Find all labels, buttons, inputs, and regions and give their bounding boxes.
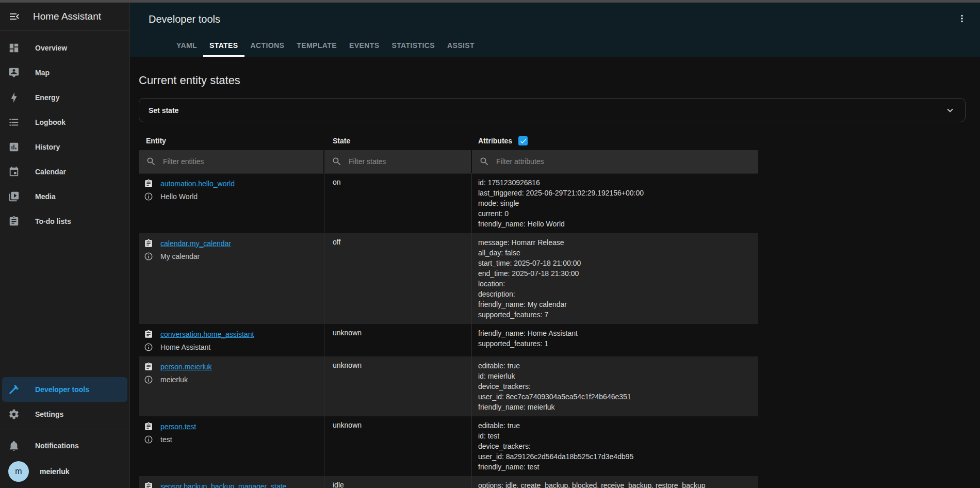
tab-assist[interactable]: ASSIST (441, 36, 481, 57)
entity-info-icon[interactable] (144, 192, 153, 201)
entity-friendly-name: Hello World (160, 192, 198, 201)
play-box-multiple-icon (8, 191, 20, 202)
sidebar-item-notifications[interactable]: Notifications (2, 433, 127, 458)
table-row: automation.hello_worldHello Worldonid: 1… (139, 173, 758, 233)
sidebar-item-to-do-lists[interactable]: To-do lists (2, 209, 127, 234)
table-row: person.testtestunknowneditable: trueid: … (139, 416, 758, 476)
tab-statistics[interactable]: STATISTICS (385, 36, 441, 57)
entity-attributes: options: idle, create_backup, blocked, r… (472, 476, 758, 488)
attributes-checkbox[interactable] (518, 136, 528, 145)
attribute-line: mode: single (478, 198, 752, 208)
entity-link[interactable]: calendar.my_calendar (160, 239, 231, 248)
attribute-line: message: Homarr Release (478, 237, 752, 248)
entity-info-icon[interactable] (144, 375, 153, 384)
avatar: m (8, 461, 29, 482)
filter-entities-cell (139, 150, 324, 173)
entity-link[interactable]: sensor.backup_backup_manager_state (160, 482, 286, 488)
entity-info-icon[interactable] (144, 343, 153, 352)
filter-attributes-input[interactable] (496, 157, 751, 166)
sidebar-item-history[interactable]: History (2, 135, 127, 159)
app-header: Developer tools YAMLSTATESACTIONSTEMPLAT… (130, 3, 980, 57)
attribute-line: id: 1751230926816 (478, 177, 752, 188)
attribute-line: friendly_name: Home Assistant (478, 328, 752, 338)
tab-events[interactable]: EVENTS (343, 36, 385, 57)
lightning-bolt-icon (8, 92, 20, 103)
calendar-icon (8, 166, 20, 177)
sidebar-item-calendar[interactable]: Calendar (2, 159, 127, 184)
entity-cell: sensor.backup_backup_manager_stateBackup… (139, 476, 324, 488)
attribute-line: supported_features: 1 (478, 338, 752, 349)
sidebar-divider (0, 430, 129, 430)
table-row: calendar.my_calendarMy calendaroffmessag… (139, 233, 758, 324)
attribute-line: friendly_name: meierluk (478, 402, 752, 412)
attribute-line: editable: true (478, 420, 752, 431)
copy-entity-id-icon[interactable] (144, 362, 153, 371)
sidebar-item-label: Settings (35, 410, 63, 418)
sidebar-item-logbook[interactable]: Logbook (2, 110, 127, 135)
table-header-row: Entity State Attributes (139, 133, 758, 150)
set-state-panel[interactable]: Set state (139, 98, 966, 122)
copy-entity-id-icon[interactable] (144, 179, 153, 188)
bell-icon (8, 440, 20, 451)
attribute-line: editable: true (478, 361, 752, 371)
tab-template[interactable]: TEMPLATE (290, 36, 343, 57)
sidebar-user[interactable]: m meierluk (2, 458, 127, 485)
attribute-line: all_day: false (478, 248, 752, 258)
user-name: meierluk (40, 467, 70, 476)
entity-link[interactable]: person.test (160, 422, 196, 431)
content: Current entity states Set state Entity S… (130, 57, 980, 488)
entity-friendly-name: meierluk (160, 376, 188, 384)
column-header-entity: Entity (139, 133, 324, 150)
main-area: Developer tools YAMLSTATESACTIONSTEMPLAT… (130, 3, 980, 488)
entity-attributes: editable: trueid: meierlukdevice_tracker… (472, 356, 758, 416)
attribute-line: location: (478, 279, 752, 289)
app-title: Home Assistant (33, 11, 101, 22)
entity-friendly-name: test (160, 435, 172, 444)
sidebar-item-map[interactable]: Map (2, 60, 127, 85)
sidebar-item-label: Media (35, 192, 56, 201)
page-header-title: Developer tools (149, 13, 220, 25)
copy-entity-id-icon[interactable] (144, 330, 153, 339)
page-title: Current entity states (139, 74, 980, 87)
table-row: conversation.home_assistantHome Assistan… (139, 324, 758, 356)
overflow-menu-icon[interactable] (956, 13, 968, 24)
attribute-line: id: meierluk (478, 371, 752, 381)
sidebar-item-label: To-do lists (35, 217, 71, 225)
chevron-down-icon (944, 105, 956, 116)
app: Home Assistant OverviewMapEnergyLogbookH… (0, 3, 980, 488)
attribute-line: options: idle, create_backup, blocked, r… (478, 480, 752, 488)
attribute-line: current: 0 (478, 208, 752, 219)
filter-entities-input[interactable] (163, 157, 316, 166)
entity-state: unknown (324, 324, 472, 356)
set-state-label: Set state (149, 106, 178, 115)
attribute-line: user_id: 8ec7ca7409304a5ea54c1f24b646e35… (478, 392, 752, 402)
filter-states-input[interactable] (349, 157, 464, 166)
entity-info-icon[interactable] (144, 435, 153, 444)
sidebar-item-energy[interactable]: Energy (2, 85, 127, 110)
sidebar-item-overview[interactable]: Overview (2, 36, 127, 60)
sidebar-item-media[interactable]: Media (2, 184, 127, 209)
tab-actions[interactable]: ACTIONS (244, 36, 291, 57)
entity-link[interactable]: automation.hello_world (160, 180, 235, 188)
clipboard-list-icon (8, 216, 20, 227)
sidebar-item-developer-tools[interactable]: Developer tools (2, 377, 127, 402)
copy-entity-id-icon[interactable] (144, 239, 153, 248)
attribute-line: end_time: 2025-07-18 21:30:00 (478, 268, 752, 279)
copy-entity-id-icon[interactable] (144, 422, 153, 431)
tab-states[interactable]: STATES (203, 36, 244, 57)
entity-states-table: Entity State Attributes (139, 133, 758, 488)
entity-link[interactable]: person.meierluk (160, 363, 212, 371)
entity-link[interactable]: conversation.home_assistant (160, 330, 254, 338)
attribute-line: device_trackers: (478, 441, 752, 451)
view-dashboard-icon (8, 42, 20, 54)
sidebar-item-settings[interactable]: Settings (2, 402, 127, 427)
table-row: sensor.backup_backup_manager_stateBackup… (139, 476, 758, 488)
tooltip-account-icon (8, 67, 20, 78)
menu-open-icon[interactable] (8, 10, 21, 23)
search-icon (146, 156, 156, 167)
tab-yaml[interactable]: YAML (170, 36, 203, 57)
copy-entity-id-icon[interactable] (144, 482, 153, 488)
entity-attributes: id: 1751230926816last_triggered: 2025-06… (472, 173, 758, 233)
hammer-icon (8, 384, 20, 395)
entity-info-icon[interactable] (144, 252, 153, 261)
